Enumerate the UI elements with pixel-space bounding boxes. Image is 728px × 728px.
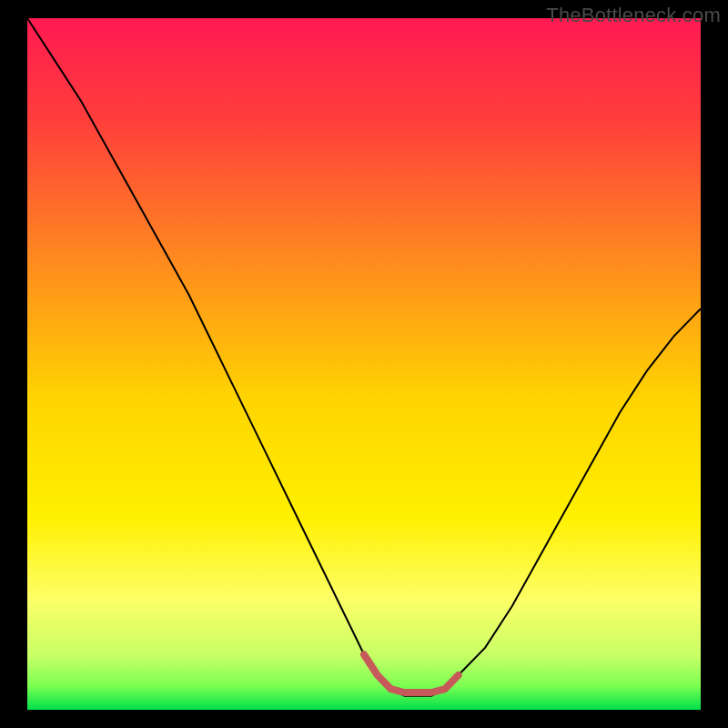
gradient-background bbox=[27, 18, 701, 710]
plot-svg bbox=[27, 18, 701, 710]
plot-area bbox=[27, 18, 701, 710]
chart-container: TheBottleneck.com bbox=[0, 0, 728, 728]
watermark: TheBottleneck.com bbox=[546, 4, 721, 27]
